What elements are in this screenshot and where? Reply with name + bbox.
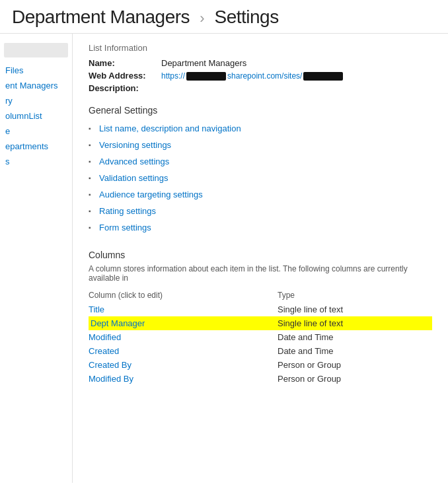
bullet-icon-2: ▪ (89, 158, 99, 165)
table-row: Dept Manager Single line of text (89, 316, 432, 330)
columns-table: Column (click to edit) Type Title Single… (89, 289, 432, 386)
sidebar-search-box (4, 43, 68, 57)
settings-link-item-2: ▪ Advanced settings (89, 155, 432, 168)
col-header-name: Column (click to edit) (89, 289, 278, 302)
settings-link-item-6: ▪ Form settings (89, 221, 432, 234)
columns-table-body: Title Single line of text Dept Manager S… (89, 302, 432, 386)
settings-link-4[interactable]: Audience targeting settings (99, 190, 203, 199)
description-field-row: Description: (89, 83, 432, 93)
web-address-value: https://sharepoint.com/sites/ (161, 71, 344, 81)
bullet-icon-4: ▪ (89, 191, 99, 198)
sidebar-item-s[interactable]: s (0, 154, 72, 169)
settings-links-list: ▪ List name, description and navigation … (89, 122, 432, 234)
columns-section-title: Columns (89, 250, 432, 260)
bullet-icon-3: ▪ (89, 174, 99, 182)
list-info-section-title: List Information (89, 43, 432, 53)
col-header-type: Type (278, 289, 432, 302)
web-address-field-row: Web Address: https://sharepoint.com/site… (89, 71, 432, 81)
table-row: Created By Person or Group (89, 358, 432, 372)
settings-link-item-0: ▪ List name, description and navigation (89, 122, 432, 135)
sidebar-item-columnlist[interactable]: olumnList (0, 108, 72, 124)
column-name-0[interactable]: Title (89, 302, 278, 316)
column-type-0: Single line of text (278, 302, 432, 316)
table-row: Modified By Person or Group (89, 372, 432, 386)
layout: Files ent Managers ry olumnList e epartm… (0, 34, 448, 483)
column-name-5[interactable]: Modified By (89, 372, 278, 386)
sidebar-item-e[interactable]: e (0, 124, 72, 139)
sidebar-item-ry[interactable]: ry (0, 93, 72, 108)
bullet-icon-0: ▪ (89, 125, 99, 132)
settings-link-5[interactable]: Rating settings (99, 206, 156, 216)
table-row: Created Date and Time (89, 344, 432, 358)
bullet-icon-6: ▪ (89, 224, 99, 231)
column-name-3[interactable]: Created (89, 344, 278, 358)
name-label: Name: (89, 58, 161, 68)
column-type-3: Date and Time (278, 344, 432, 358)
column-name-2[interactable]: Modified (89, 330, 278, 344)
column-type-5: Person or Group (278, 372, 432, 386)
page-header: Department Managers › Settings (0, 0, 448, 34)
name-field-row: Name: Department Managers (89, 58, 432, 68)
web-address-label: Web Address: (89, 71, 161, 81)
sidebar-item-departments[interactable]: epartments (0, 139, 72, 154)
general-settings-title: General Settings (89, 105, 432, 116)
breadcrumb-separator: › (200, 10, 204, 26)
table-row: Title Single line of text (89, 302, 432, 316)
settings-link-1[interactable]: Versioning settings (99, 140, 171, 150)
main-content: List Information Name: Department Manage… (73, 34, 448, 483)
column-name-1[interactable]: Dept Manager (89, 316, 278, 330)
settings-link-item-1: ▪ Versioning settings (89, 139, 432, 151)
page-title-part1: Department Managers (12, 7, 190, 27)
column-type-2: Date and Time (278, 330, 432, 344)
column-name-4[interactable]: Created By (89, 358, 278, 372)
column-type-1: Single line of text (278, 316, 432, 330)
table-row: Modified Date and Time (89, 330, 432, 344)
settings-link-3[interactable]: Validation settings (99, 173, 168, 183)
sidebar-item-managers[interactable]: ent Managers (0, 78, 72, 93)
settings-link-item-4: ▪ Audience targeting settings (89, 188, 432, 201)
bullet-icon-1: ▪ (89, 141, 99, 149)
settings-link-0[interactable]: List name, description and navigation (99, 124, 241, 133)
settings-link-2[interactable]: Advanced settings (99, 157, 169, 166)
redacted-site (303, 72, 343, 81)
columns-description: A column stores information about each i… (89, 264, 432, 283)
settings-link-item-3: ▪ Validation settings (89, 172, 432, 184)
page-title: Department Managers › Settings (12, 7, 436, 28)
description-label: Description: (89, 83, 161, 93)
sidebar-item-files[interactable]: Files (0, 63, 72, 78)
page-title-part2: Settings (214, 7, 278, 27)
redacted-domain (186, 72, 226, 81)
settings-link-item-5: ▪ Rating settings (89, 205, 432, 217)
column-type-4: Person or Group (278, 358, 432, 372)
name-value: Department Managers (161, 58, 246, 68)
bullet-icon-5: ▪ (89, 207, 99, 215)
sidebar: Files ent Managers ry olumnList e epartm… (0, 34, 73, 483)
settings-link-6[interactable]: Form settings (99, 223, 151, 232)
